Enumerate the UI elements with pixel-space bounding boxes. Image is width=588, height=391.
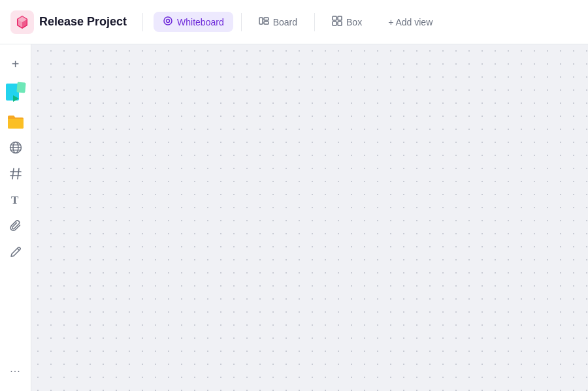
main-area: + <box>0 44 588 391</box>
more-icon: ··· <box>10 366 20 377</box>
add-view-label: + Add view <box>388 17 433 27</box>
svg-rect-5 <box>333 16 336 20</box>
header: Release Project Whiteboard Bo <box>0 0 588 44</box>
whiteboard-label: Whiteboard <box>177 17 224 27</box>
header-divider <box>142 13 143 31</box>
svg-line-19 <box>17 249 19 251</box>
svg-rect-6 <box>338 16 342 20</box>
nav-tabs: Whiteboard Board <box>154 12 371 32</box>
project-title: Release Project <box>39 15 127 29</box>
sidebar-item-add[interactable]: + <box>4 52 27 76</box>
play-icon <box>13 95 19 102</box>
paperclip-icon <box>9 219 22 232</box>
svg-rect-8 <box>338 22 342 25</box>
svg-point-1 <box>167 20 170 23</box>
sidebar-item-more[interactable]: ··· <box>4 360 27 383</box>
text-icon: T <box>9 193 22 206</box>
svg-rect-2 <box>259 18 263 24</box>
tab-whiteboard[interactable]: Whiteboard <box>154 12 233 32</box>
svg-rect-4 <box>264 22 269 24</box>
tab-divider-1 <box>241 13 242 31</box>
sidebar-item-hashtag[interactable] <box>4 162 27 185</box>
svg-line-14 <box>12 168 14 179</box>
tab-board[interactable]: Board <box>250 12 306 32</box>
add-view-button[interactable]: + Add view <box>379 13 442 31</box>
add-icon: + <box>12 57 20 72</box>
pen-icon <box>9 245 22 258</box>
sidebar-item-text[interactable]: T <box>4 188 27 211</box>
whiteboard-canvas[interactable] <box>31 44 588 391</box>
sidebar-item-pen[interactable] <box>4 240 27 264</box>
sidebar-item-folder[interactable] <box>4 110 27 133</box>
project-icon <box>10 10 34 34</box>
sidebar-item-globe[interactable] <box>4 136 27 159</box>
sticky-note-green <box>16 82 25 93</box>
box-icon <box>332 16 342 28</box>
sidebar-item-paperclip[interactable] <box>4 214 27 238</box>
sidebar: + <box>0 44 31 391</box>
svg-text:T: T <box>11 194 19 206</box>
svg-rect-3 <box>264 18 269 20</box>
board-icon <box>259 16 269 28</box>
sidebar-item-sticky[interactable] <box>3 78 29 107</box>
board-label: Board <box>273 17 297 27</box>
tab-divider-2 <box>314 13 315 31</box>
svg-point-0 <box>164 17 172 25</box>
svg-rect-7 <box>333 22 336 25</box>
hashtag-icon <box>9 167 22 180</box>
whiteboard-icon <box>163 16 173 28</box>
svg-line-15 <box>18 168 19 179</box>
tab-box[interactable]: Box <box>323 12 371 32</box>
box-label: Box <box>346 17 362 27</box>
folder-icon <box>7 113 25 130</box>
globe-icon <box>9 141 22 154</box>
